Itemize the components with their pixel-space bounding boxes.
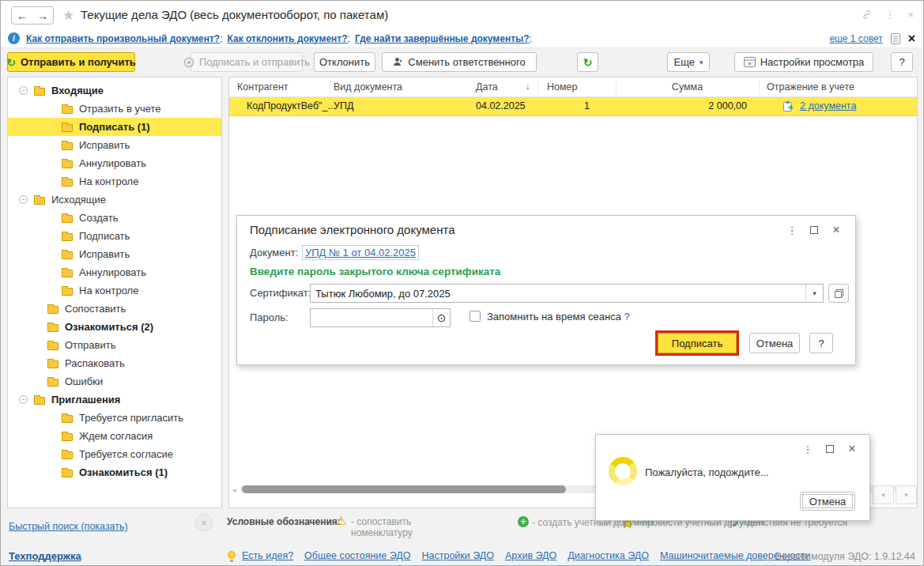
app-window: ← → ★ Текущие дела ЭДО (весь документооб… (0, 0, 924, 566)
sidebar-item[interactable]: Требуется согласие (8, 445, 221, 463)
collapse-icon[interactable]: − (19, 86, 28, 95)
column-header[interactable]: Контрагент (237, 81, 289, 92)
footer-link[interactable]: Диагностика ЭДО (568, 550, 649, 561)
kebab-menu-icon[interactable]: ⋮ (884, 9, 895, 20)
sidebar-item[interactable]: Аннулировать (8, 154, 221, 172)
clear-button[interactable]: × (195, 514, 213, 531)
wait-cancel-button[interactable]: Отмена (800, 492, 855, 511)
certificate-field[interactable]: Тытюк Любомир, до 07.2025 ▾ (310, 284, 824, 303)
column-header[interactable]: Номер (547, 81, 577, 92)
sign-button[interactable]: Подписать (658, 333, 737, 353)
quick-search-link[interactable]: Быстрый поиск (показать) (9, 521, 128, 532)
kebab-menu-icon[interactable]: ⋮ (781, 225, 803, 236)
refresh-icon: ↻ (6, 56, 16, 69)
sidebar-item-label: Подписать (79, 230, 130, 242)
sidebar-item[interactable]: Ознакомиться (1) (8, 463, 221, 481)
sidebar-item[interactable]: −Входящие (8, 81, 221, 100)
collapse-icon[interactable]: − (19, 195, 28, 204)
dialog-controls: ⋮ × (781, 224, 847, 236)
hscrollbar-thumb[interactable] (242, 485, 566, 493)
column-header[interactable]: Вид документа (334, 81, 402, 92)
cancel-button[interactable]: Отмена (749, 333, 800, 353)
help-link[interactable]: Где найти завершённые документы? (355, 33, 530, 44)
dialog-help-button[interactable]: ? (809, 333, 833, 353)
footer-link[interactable]: Архив ЭДО (505, 550, 556, 561)
infobar-close-icon[interactable]: × (908, 32, 915, 45)
remember-checkbox[interactable] (470, 311, 481, 322)
sidebar-item[interactable]: Ознакомиться (2) (8, 318, 221, 336)
info-bar: i Как отправить произвольный документ?;К… (1, 29, 923, 48)
help-link[interactable]: Как отклонить документ? (228, 33, 348, 44)
sidebar-item[interactable]: На контроле (8, 172, 221, 191)
sidebar-item[interactable]: −Исходящие (8, 191, 221, 209)
close-dialog-icon[interactable]: × (841, 443, 863, 455)
sidebar-item[interactable]: На контроле (8, 281, 221, 300)
separator: ; (220, 33, 222, 44)
sidebar-item[interactable]: Ошибки (8, 372, 221, 391)
forward-icon[interactable]: → (37, 9, 48, 22)
maximize-icon[interactable] (819, 444, 841, 455)
certificate-dropdown-icon[interactable]: ▾ (805, 285, 823, 302)
send-receive-button[interactable]: ↻ Отправить и получить (7, 52, 135, 72)
folder-icon (62, 233, 73, 241)
open-certificate-button[interactable] (828, 284, 849, 303)
sidebar-item[interactable]: −Приглашения (8, 391, 221, 409)
sidebar-item[interactable]: Исправить (8, 136, 221, 154)
decline-button[interactable]: Отклонить (314, 52, 375, 72)
change-responsible-button[interactable]: Сменить ответственного (382, 52, 537, 72)
sidebar-item[interactable]: Аннулировать (8, 263, 221, 281)
close-dialog-icon[interactable]: × (825, 224, 847, 236)
more-button[interactable]: Еще▾ (667, 52, 710, 72)
password-prompt: Введите пароль закрытого ключа сертифика… (250, 266, 500, 277)
sidebar-item[interactable]: Исправить (8, 245, 221, 263)
accounting-doc-icon (783, 100, 794, 112)
column-header[interactable]: Дата (476, 81, 498, 92)
sidebar-item[interactable]: Отправить (8, 336, 221, 354)
favorite-star-icon[interactable]: ★ (62, 7, 74, 24)
back-icon[interactable]: ← (17, 9, 28, 22)
sign-and-send-button[interactable]: Подписать и отправить (190, 52, 303, 72)
footer-link[interactable]: Общее состояние ЭДО (304, 550, 410, 561)
collapse-icon[interactable]: − (19, 395, 28, 404)
quick-search: Быстрый поиск (показать) (9, 521, 128, 532)
sidebar-item[interactable]: Отразить в учете (8, 100, 221, 118)
kebab-menu-icon[interactable]: ⋮ (797, 444, 819, 455)
link-icon[interactable] (862, 9, 872, 20)
help-link[interactable]: Как отправить произвольный документ? (26, 33, 220, 44)
sidebar-item[interactable]: Ждем согласия (8, 427, 221, 445)
sidebar-item[interactable]: Подписать (8, 227, 221, 245)
legend-label: Условные обозначения: (227, 516, 341, 527)
certificate-label: Сертификат: (250, 287, 311, 299)
idea-link[interactable]: Есть идея? (242, 550, 293, 561)
folder-icon (62, 142, 73, 150)
document-link[interactable]: УПД № 1 от 04.02.2025 (302, 245, 419, 260)
sidebar-item[interactable]: Создать (8, 209, 221, 227)
sidebar-item-label: Входящие (51, 85, 104, 96)
more-tips-link[interactable]: еще 1 совет (829, 33, 882, 44)
scroll-down-button[interactable]: ▾ (873, 485, 894, 504)
view-settings-button[interactable]: Настройки просмотра (734, 52, 873, 72)
scroll-left-icon[interactable]: ◂ (232, 486, 236, 494)
view-settings-icon (744, 57, 756, 67)
sidebar-item[interactable]: Сопоставить (8, 300, 221, 318)
table-row[interactable]: КодПродуктВеб"_... УПД 04.02.2025 1 2 00… (229, 97, 917, 116)
sign-dialog: Подписание электронного документа ⋮ × До… (236, 215, 856, 365)
reflection-link[interactable]: 2 документа (800, 100, 856, 111)
column-header[interactable]: Отражение в учете (767, 81, 854, 92)
password-field[interactable]: ⊙ (310, 308, 451, 327)
doc-type-cell: УПД (334, 100, 353, 111)
refresh-list-button[interactable]: ↻ (577, 52, 598, 72)
support-link[interactable]: Техподдержка (9, 550, 81, 562)
scroll-end-button[interactable]: ▾ (896, 485, 917, 504)
help-button[interactable]: ? (891, 52, 913, 72)
remember-help-link[interactable]: ? (624, 311, 630, 323)
footer-link[interactable]: Настройки ЭДО (421, 550, 494, 561)
sidebar-item[interactable]: Распаковать (8, 354, 221, 372)
tips-list-icon[interactable] (891, 33, 900, 44)
show-password-icon[interactable]: ⊙ (432, 309, 450, 326)
column-header[interactable]: Сумма (616, 81, 759, 92)
maximize-icon[interactable] (803, 225, 825, 236)
sidebar-item[interactable]: Требуется пригласить (8, 409, 221, 427)
sidebar-item[interactable]: Подписать (1) (8, 118, 221, 136)
close-window-icon[interactable]: × (907, 9, 914, 20)
